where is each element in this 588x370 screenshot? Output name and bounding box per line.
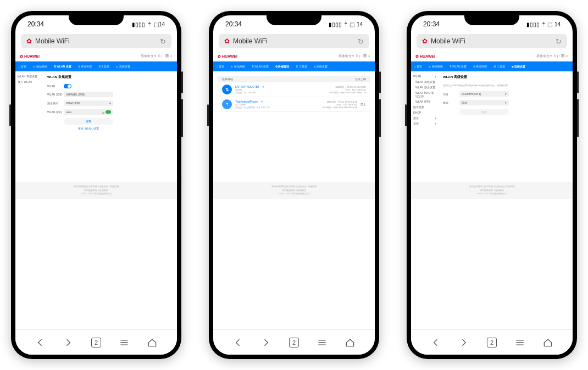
wifi-icon: ⇡ bbox=[147, 21, 152, 27]
nav-advanced[interactable]: ⊕ 高级设置 bbox=[508, 65, 529, 68]
reload-icon[interactable]: ↻ bbox=[358, 37, 364, 46]
tabs-button[interactable]: 2 bbox=[486, 337, 498, 349]
edit-icon[interactable]: ✎ bbox=[262, 85, 264, 88]
security-select[interactable]: WPA2-PSK▾ bbox=[64, 100, 113, 106]
status-icons: ▮▯▯▯ ⇡ ⬚14 bbox=[132, 21, 165, 27]
panel-title: WLAN 常规设置 bbox=[47, 75, 173, 80]
tabs-button[interactable]: 2 bbox=[90, 337, 102, 349]
panel-desc: 更改以上WLAN高级设置可能影响Wi-Fi 的性能和安全，请谨慎设置。 bbox=[443, 84, 568, 87]
browser-nav: 2 bbox=[15, 329, 177, 355]
brand: ✿ HUAWEI bbox=[20, 54, 40, 59]
sidebar-item-wlan-basic[interactable]: WLAN 常规设置 bbox=[18, 75, 41, 78]
footer: 华为软件测试 | 用户手册 | 隐私协议 | 开源声明 华为版权所有 | 使用条… bbox=[15, 182, 177, 199]
password-label: WLAN 密码 bbox=[47, 110, 64, 114]
time: 20:34 bbox=[225, 20, 242, 28]
home-icon[interactable] bbox=[542, 337, 554, 349]
edit-icon[interactable]: ✎ bbox=[261, 100, 263, 103]
nav-wlan[interactable]: ⇅ WLAN 设置 bbox=[248, 65, 272, 68]
phone-1: 20:34 ▮▯▯▯ ⇡ ⬚14 ✿ Mobile WiFi ↻ ✿ HUAWE… bbox=[11, 11, 181, 359]
url-bar[interactable]: ✿ Mobile WiFi ↻ bbox=[21, 34, 171, 48]
save-button[interactable]: 保存 bbox=[459, 109, 509, 115]
reload-icon[interactable]: ↻ bbox=[556, 37, 562, 46]
sidebar-wlan-mac[interactable]: WLAN MAC 地址过滤 bbox=[413, 91, 436, 98]
block-button[interactable]: 禁止 bbox=[360, 103, 366, 106]
back-icon[interactable] bbox=[232, 337, 244, 349]
nav-devices[interactable]: ⚙ 终端管理 bbox=[75, 65, 95, 68]
nav-tools[interactable]: ⚒ 工具箱 bbox=[292, 65, 310, 68]
menu-icon[interactable] bbox=[316, 337, 328, 349]
sidebar-wlan-adv[interactable]: WLAN 高级设置 bbox=[413, 80, 436, 83]
huawei-logo-icon: ✿ bbox=[26, 37, 32, 45]
page-title: Mobile WiFi bbox=[35, 37, 70, 45]
nav-tools[interactable]: ⚒ 工具箱 bbox=[95, 65, 113, 68]
back-icon[interactable] bbox=[34, 337, 46, 349]
forward-icon[interactable] bbox=[62, 337, 74, 349]
device-row-1: ⇅ LAPTOP-N0UC7BT ✎ ⊡ LAN 共连接 2 次 0 天 0 时… bbox=[218, 82, 370, 97]
forward-icon[interactable] bbox=[458, 337, 470, 349]
wifi-icon: ⇡ bbox=[222, 99, 232, 109]
more-wlan-link[interactable]: 更多 WLAN 设置 bbox=[64, 127, 113, 130]
wlan-label: WLAN bbox=[47, 85, 64, 88]
nav-advanced[interactable]: ⊕ 高级设置 bbox=[113, 65, 133, 68]
main-nav: ⌂ 首页 ⊕ 移动网络 ⇅ WLAN 设置 ⚙ 终端管理 ⚒ 工具箱 ⊕ 高级设… bbox=[15, 61, 177, 71]
battery-icon: ⬚14 bbox=[154, 21, 165, 27]
mode-select[interactable]: 自动▾ bbox=[459, 100, 509, 105]
channel-select[interactable]: 2442MHz(Ch 1)▾ bbox=[459, 91, 509, 97]
strength-badge bbox=[106, 110, 111, 114]
reload-icon[interactable]: ↻ bbox=[160, 37, 166, 46]
mode-label: 模式 bbox=[443, 101, 459, 104]
sidebar-wlan[interactable]: WLAN▴ bbox=[413, 75, 436, 78]
time: 20:34 bbox=[27, 20, 44, 28]
app-header: ✿ HUAWEI 简体中文 ▾ ⎘ | ↑ ☰ ⊙ bbox=[15, 52, 177, 61]
home-icon[interactable] bbox=[344, 337, 356, 349]
nav-advanced[interactable]: ⊕ 高级设置 bbox=[310, 65, 331, 68]
nav-home[interactable]: ⌂ 首页 bbox=[15, 65, 30, 68]
device-row-2: ⇡ TeteAndroidPhone ✎ ⇅ 2.4 GHz 共连接 1 次上网… bbox=[218, 97, 370, 112]
nav-tools[interactable]: ⚒ 工具箱 bbox=[490, 65, 508, 68]
nav-home[interactable]: ⌂ 首页 bbox=[411, 65, 425, 68]
tabs-button[interactable]: 2 bbox=[288, 337, 300, 349]
nav-stats[interactable]: ⊕ 移动网络 bbox=[30, 65, 50, 68]
sidebar-wlan-sec[interactable]: WLAN 安全设置 bbox=[413, 86, 436, 89]
sidebar-system[interactable]: 系统▾ bbox=[413, 122, 436, 125]
header-tools[interactable]: 简体中文 ▾ ⎘ | ↑ ☰ ⊙ bbox=[141, 54, 173, 59]
nav-wlan[interactable]: ⇅ WLAN 设置 bbox=[446, 65, 470, 68]
ssid-label: WLAN SSID bbox=[47, 93, 64, 96]
phone-2: 20:34 ▮▯▯▯ ⇡ ⬚14 ✿ Mobile WiFi ↻ ✿ HUAWE… bbox=[209, 11, 379, 359]
nav-home[interactable]: ⌂ 首页 bbox=[213, 65, 228, 68]
nav-devices[interactable]: ⚙ 终端管理 bbox=[470, 65, 490, 68]
save-button[interactable]: 保存 bbox=[64, 118, 113, 125]
home-icon[interactable] bbox=[146, 337, 158, 349]
menu-icon[interactable] bbox=[118, 337, 130, 349]
security-label: 安全模式 bbox=[47, 102, 64, 105]
nav-stats[interactable]: ⊕ 移动网络 bbox=[425, 65, 446, 68]
menu-icon[interactable] bbox=[514, 337, 526, 349]
wlan-toggle[interactable] bbox=[64, 84, 71, 88]
sidebar-security[interactable]: 安全▾ bbox=[413, 116, 436, 120]
sidebar-update[interactable]: 版本更新 bbox=[413, 105, 436, 109]
nav-wlan[interactable]: ⇅ WLAN 设置 bbox=[51, 65, 75, 68]
usb-icon: ⇅ bbox=[222, 85, 232, 94]
channel-label: 信道 bbox=[443, 92, 459, 96]
sidebar-item-wlan-access[interactable]: 接入 WLAN bbox=[18, 80, 41, 83]
sidebar-dhcp[interactable]: DHCP bbox=[413, 111, 436, 114]
device-table-header: 在线终端允许上网 bbox=[218, 76, 370, 82]
password-input[interactable]: •••••• ◎ bbox=[64, 109, 113, 115]
url-bar[interactable]: ✿ Mobile WiFi ↻ bbox=[219, 34, 369, 48]
sidebar: WLAN 常规设置 接入 WLAN bbox=[15, 71, 43, 133]
nav-devices[interactable]: ⚙ 终端管理 bbox=[272, 65, 292, 68]
ssid-input[interactable]: HUAWEI_5796 bbox=[64, 92, 113, 97]
phone-3: 20:34 ▮▯▯▯ ⇡ ⬚14 ✿ Mobile WiFi ↻ ✿ HUAWE… bbox=[407, 11, 577, 359]
forward-icon[interactable] bbox=[260, 337, 272, 349]
nav-stats[interactable]: ⊕ 移动网络 bbox=[228, 65, 248, 68]
eye-icon[interactable]: ◎ bbox=[102, 111, 104, 114]
sidebar-wlan-wps[interactable]: WLAN WPS bbox=[413, 100, 436, 103]
url-bar[interactable]: ✿ Mobile WiFi ↻ bbox=[417, 34, 567, 48]
back-icon[interactable] bbox=[430, 337, 442, 349]
signal-icon: ▮▯▯▯ bbox=[132, 21, 145, 27]
